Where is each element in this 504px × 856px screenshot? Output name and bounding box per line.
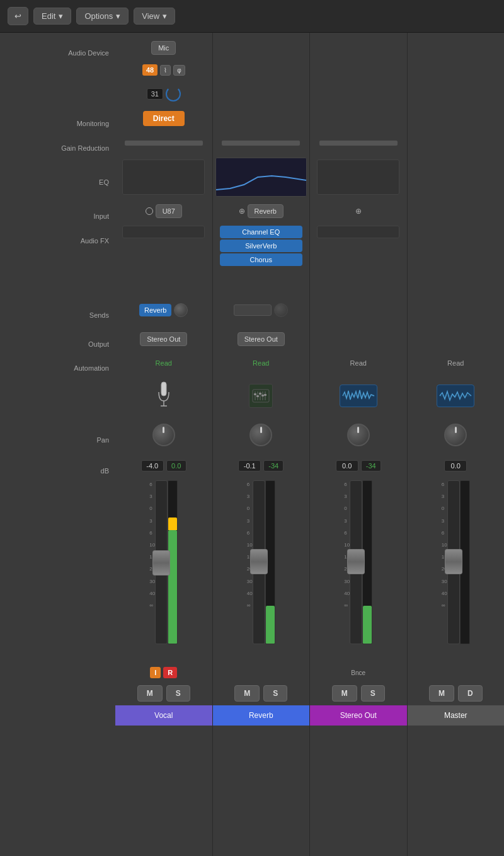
vocal-phase-button[interactable]: φ	[173, 65, 185, 76]
toolbar: ↩ Edit ▾ Options ▾ View ▾	[0, 0, 504, 33]
vocal-fader-scale: 6 3 0 3 6 10 15 20 30 40 ∞	[149, 480, 155, 608]
master-eq	[408, 155, 505, 199]
edit-menu-button[interactable]: Edit ▾	[33, 8, 71, 25]
vocal-48v-row: 48 ⌇ φ	[115, 58, 212, 82]
master-pan-knob[interactable]	[444, 424, 467, 446]
master-name-bar: Master	[408, 705, 505, 726]
stereoout-db-left: 0.0	[336, 460, 358, 471]
vocal-gain-reduction	[115, 131, 212, 155]
vocal-dial-number: 31	[147, 88, 163, 100]
master-ms-row: M D	[408, 681, 505, 705]
label-db: dB	[0, 459, 115, 483]
reverb-fx2-button[interactable]: SilverVerb	[220, 240, 302, 252]
stereoout-name-bar: Stereo Out	[310, 705, 407, 726]
reverb-ir-row	[213, 664, 310, 681]
view-menu-button[interactable]: View ▾	[134, 8, 175, 25]
reverb-output: Stereo Out	[213, 327, 310, 351]
reverb-fader-handle[interactable]	[250, 549, 268, 574]
master-mute-button[interactable]: M	[429, 685, 454, 702]
stereoout-solo-button[interactable]: S	[361, 685, 385, 702]
reverb-automation-value: Read	[253, 359, 269, 367]
stereoout-eq-display[interactable]	[317, 159, 399, 195]
vocal-pan-knob[interactable]	[152, 424, 175, 446]
master-fader-area: 6 3 0 3 6 10 15 20 30 40 ∞	[408, 478, 505, 664]
vocal-output-button[interactable]: Stereo Out	[140, 332, 187, 346]
vocal-r-button[interactable]: R	[163, 667, 177, 678]
vocal-eq	[115, 155, 212, 199]
vocal-send-dial[interactable]	[174, 303, 188, 317]
vocal-sends: Reverb	[115, 292, 212, 327]
vocal-monitoring-button[interactable]: Direct	[143, 111, 185, 126]
label-48v	[0, 63, 115, 87]
vocal-i-button[interactable]: I	[150, 667, 161, 678]
reverb-pan-knob[interactable]	[249, 424, 272, 446]
vocal-eq-display[interactable]	[122, 159, 205, 195]
master-d-button[interactable]: D	[458, 685, 483, 702]
master-monitoring	[408, 106, 505, 131]
vocal-audio-device-button[interactable]: Mic	[151, 41, 176, 55]
vocal-automation: Read	[115, 351, 212, 375]
reverb-send-dial[interactable]	[274, 303, 288, 317]
vocal-solo-button[interactable]: S	[166, 685, 190, 702]
vocal-sends-button[interactable]: Reverb	[139, 304, 171, 316]
reverb-fx1-button[interactable]: Channel EQ	[220, 226, 302, 238]
vocal-ms-row: M S	[115, 681, 212, 705]
reverb-db: -0.1 -34	[213, 454, 310, 478]
channel-stereoout: ⊕ Read	[310, 33, 408, 856]
master-db: 0.0	[408, 454, 505, 478]
stereoout-output	[310, 327, 407, 351]
reverb-solo-button[interactable]: S	[263, 685, 287, 702]
channels-area: Mic 48 ⌇ φ 31 Direct	[115, 33, 504, 856]
svg-rect-0	[161, 382, 166, 396]
reverb-gain-reduction	[213, 131, 310, 155]
labels-column: Audio Device Monitoring Gain Reduction E…	[0, 33, 115, 856]
vocal-dial-spin[interactable]	[166, 86, 181, 101]
reverb-gain-bar	[222, 141, 300, 146]
stereoout-fx-empty[interactable]	[317, 226, 399, 238]
stereoout-fader-track	[350, 480, 362, 644]
vocal-db-left: -4.0	[141, 460, 164, 471]
master-db-left: 0.0	[444, 460, 467, 471]
reverb-input-button[interactable]: Reverb	[248, 204, 284, 218]
vocal-fx-empty[interactable]	[122, 226, 205, 238]
reverb-audiofx: Channel EQ SilverVerb Chorus	[213, 223, 310, 292]
vocal-lowcut-button[interactable]: ⌇	[160, 65, 171, 76]
vocal-output: Stereo Out	[115, 327, 212, 351]
reverb-input-link: ⊕	[239, 207, 245, 216]
vocal-input-circle	[146, 207, 153, 215]
stereoout-mute-button[interactable]: M	[332, 685, 357, 702]
reverb-output-button[interactable]: Stereo Out	[238, 332, 285, 346]
vocal-fader-track	[155, 480, 168, 644]
channel-reverb: ⊕ Reverb Channel EQ SilverVerb Chorus St…	[213, 33, 311, 856]
stereoout-fader-handle[interactable]	[347, 549, 365, 574]
vocal-fader-area: 6 3 0 3 6 10 15 20 30 40 ∞	[115, 478, 212, 664]
reverb-sends	[213, 292, 310, 327]
master-icon-area	[408, 375, 505, 416]
vocal-fader-handle[interactable]	[152, 550, 170, 575]
stereoout-fader-area: 6 3 0 3 6 10 15 20 30 40 ∞	[310, 478, 407, 664]
master-fader-track	[447, 480, 460, 644]
stereoout-db-right: -34	[361, 460, 381, 471]
reverb-db-right: -34	[263, 460, 284, 471]
reverb-fx3-button[interactable]: Chorus	[220, 253, 302, 266]
reverb-mute-button[interactable]: M	[234, 685, 260, 702]
vocal-input-button[interactable]: U87	[156, 204, 182, 218]
stereoout-eq	[310, 155, 407, 199]
reverb-icon-area	[213, 375, 310, 416]
options-menu-button[interactable]: Options ▾	[76, 8, 129, 25]
master-waveform-icon	[437, 385, 474, 407]
reverb-name-bar: Reverb	[213, 705, 310, 726]
back-button[interactable]: ↩	[8, 7, 28, 25]
channel-master: Read 0.0 6 3 0 3 6	[408, 33, 505, 856]
vocal-mute-button[interactable]: M	[137, 685, 163, 702]
label-eq: EQ	[0, 160, 115, 204]
svg-rect-10	[254, 393, 256, 395]
reverb-eq-display[interactable]	[215, 158, 307, 197]
stereoout-pan-knob[interactable]	[347, 424, 370, 446]
stereoout-48v-row	[310, 58, 407, 82]
vocal-48v-button[interactable]: 48	[142, 64, 158, 76]
master-gain-reduction	[408, 131, 505, 155]
master-fader-handle[interactable]	[445, 549, 462, 574]
reverb-mixer-icon	[249, 384, 273, 408]
vocal-audiofx	[115, 223, 212, 292]
